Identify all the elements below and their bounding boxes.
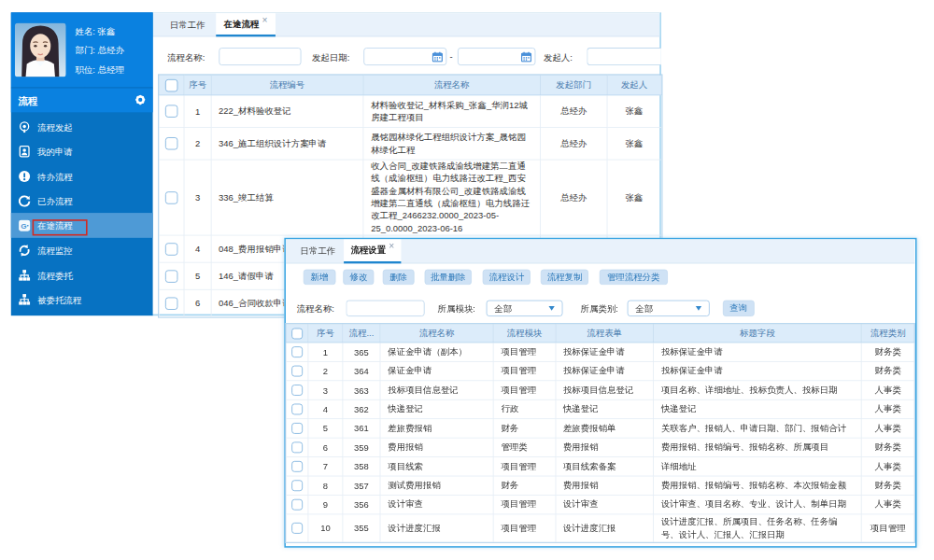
svg-text:G: G (21, 222, 27, 231)
